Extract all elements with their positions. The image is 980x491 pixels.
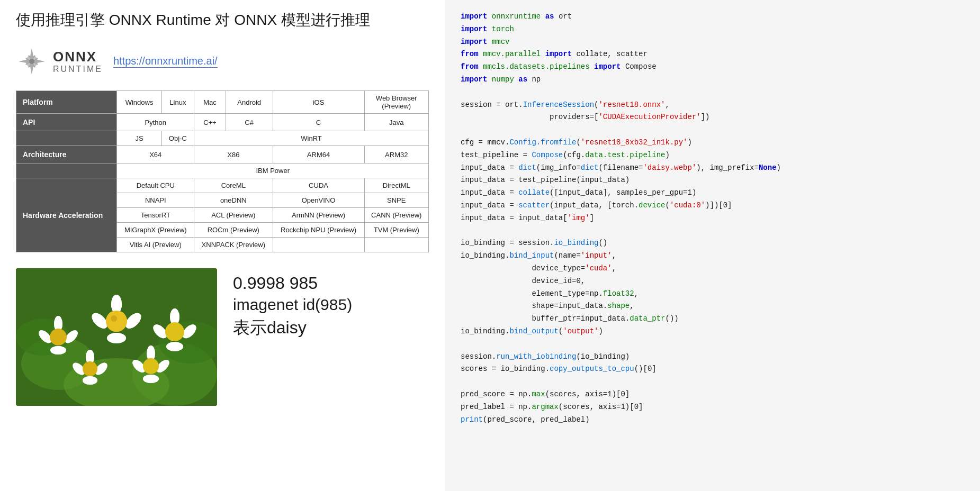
svg-point-24: [106, 311, 127, 332]
arch-row2: IBM Power: [16, 163, 429, 178]
platform-row: Platform Windows Linux Mac Android iOS W…: [16, 91, 429, 114]
right-panel: import onnxruntime as ort import torch i…: [445, 0, 980, 491]
python-cell: Python: [117, 114, 194, 131]
svg-point-34: [50, 329, 67, 345]
svg-point-43: [165, 322, 184, 341]
svg-point-32: [50, 346, 66, 354]
logo-text: ONNX RUNTIME: [53, 49, 103, 74]
snpe-cell: SNPE: [364, 193, 428, 208]
rocm-cell: ROCm (Preview): [194, 223, 273, 238]
flower-image: [16, 268, 217, 406]
xnnpack-cell: XNNPACK (Preview): [194, 238, 273, 252]
empty2-cell: [364, 238, 428, 252]
js-cell: JS: [117, 131, 161, 146]
c-cell: C: [273, 114, 364, 131]
csharp-cell: C#: [226, 114, 273, 131]
svg-point-61: [143, 358, 159, 374]
mac-cell: Mac: [194, 91, 226, 114]
code-block: import onnxruntime as ort import torch i…: [461, 11, 964, 426]
rockchip-cell: Rockchip NPU (Preview): [273, 223, 364, 238]
defaultcpu-cell: Default CPU: [117, 178, 194, 193]
api-header2: [16, 131, 117, 146]
arch-row: Architecture X64 X86 ARM64 ARM32: [16, 146, 429, 163]
cann-cell: CANN (Preview): [364, 208, 428, 223]
onnx-website-link[interactable]: https://onnxruntime.ai/: [113, 55, 218, 68]
coreml-cell: CoreML: [194, 178, 273, 193]
empty1-cell: [273, 238, 364, 252]
android-cell: Android: [226, 91, 273, 114]
acl-cell: ACL (Preview): [194, 208, 273, 223]
page-title: 使用推理引擎 ONNX Runtime 对 ONNX 模型进行推理: [16, 11, 429, 30]
svg-point-59: [143, 375, 159, 383]
vitis-cell: Vitis AI (Preview): [117, 238, 194, 252]
objc-cell: Obj-C: [161, 131, 194, 146]
platform-header: Platform: [16, 91, 117, 114]
cpp-cell: C++: [194, 114, 226, 131]
result-label: 表示daisy: [233, 316, 352, 340]
openvino-cell: OpenVINO: [273, 193, 364, 208]
onnx-logo-icon: [16, 46, 48, 77]
onednn-cell: oneDNN: [194, 193, 273, 208]
left-panel: 使用推理引擎 ONNX Runtime 对 ONNX 模型进行推理: [0, 0, 445, 491]
linux-cell: Linux: [161, 91, 194, 114]
result-score: 0.9998 985: [233, 274, 352, 293]
svg-point-52: [83, 361, 97, 376]
svg-point-22: [107, 333, 126, 343]
cuda-cell: CUDA: [273, 178, 364, 193]
svg-point-41: [166, 342, 183, 351]
api-row2: JS Obj-C WinRT: [16, 131, 429, 146]
logo-area: ONNX RUNTIME https://onnxruntime.ai/: [16, 46, 429, 77]
ibmpower-cell: IBM Power: [117, 163, 429, 178]
svg-point-8: [29, 59, 34, 64]
svg-point-50: [83, 376, 97, 385]
arch-header: Architecture: [16, 146, 117, 163]
x86-cell: X86: [194, 146, 273, 163]
migraphx-cell: MIGraphX (Preview): [117, 223, 194, 238]
java-cell: Java: [364, 114, 428, 131]
tensorrt-cell: TensorRT: [117, 208, 194, 223]
result-imagenet: imagenet id(985): [233, 296, 352, 314]
winrt-cell: WinRT: [194, 131, 429, 146]
compatibility-table: Platform Windows Linux Mac Android iOS W…: [16, 90, 429, 252]
arch-header2: [16, 163, 117, 178]
bottom-section: 0.9998 985 imagenet id(985) 表示daisy: [16, 268, 429, 406]
api-header: API: [16, 114, 117, 131]
arm64-cell: ARM64: [273, 146, 364, 163]
webbrowser-cell: Web Browser(Preview): [364, 91, 428, 114]
ios-cell: iOS: [273, 91, 364, 114]
arm32-cell: ARM32: [364, 146, 428, 163]
daisy-svg: [16, 268, 217, 406]
logo-runtime-text: RUNTIME: [53, 65, 103, 74]
hw-row1: Hardware Acceleration Default CPU CoreML…: [16, 178, 429, 193]
api-row: API Python C++ C# C Java: [16, 114, 429, 131]
result-text: 0.9998 985 imagenet id(985) 表示daisy: [233, 268, 352, 340]
armnn-cell: ArmNN (Preview): [273, 208, 364, 223]
directml-cell: DirectML: [364, 178, 428, 193]
x64-cell: X64: [117, 146, 194, 163]
tvm-cell: TVM (Preview): [364, 223, 428, 238]
nnapi-cell: NNAPI: [117, 193, 194, 208]
windows-cell: Windows: [117, 91, 161, 114]
logo-onnx-text: ONNX: [53, 49, 103, 65]
svg-point-25: [111, 315, 117, 322]
hw-header: Hardware Acceleration: [16, 178, 117, 252]
onnx-logo: ONNX RUNTIME: [16, 46, 103, 77]
